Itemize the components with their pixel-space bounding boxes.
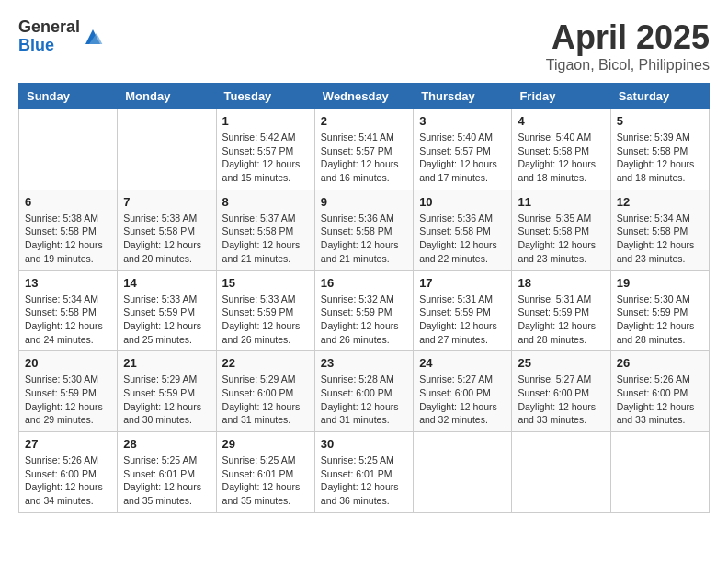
day-number: 2 — [321, 114, 407, 128]
day-number: 29 — [222, 437, 309, 451]
calendar-week-row: 13Sunrise: 5:34 AMSunset: 5:58 PMDayligh… — [19, 270, 710, 351]
day-of-week-header: Saturday — [610, 84, 709, 109]
day-number: 5 — [617, 114, 703, 128]
location-subtitle: Tigaon, Bicol, Philippines — [546, 57, 710, 74]
day-info: Sunrise: 5:34 AMSunset: 5:58 PMDaylight:… — [25, 293, 111, 347]
day-number: 27 — [25, 437, 111, 451]
day-info: Sunrise: 5:37 AMSunset: 5:58 PMDaylight:… — [222, 212, 309, 266]
calendar-week-row: 27Sunrise: 5:26 AMSunset: 6:00 PMDayligh… — [19, 432, 710, 513]
day-number: 14 — [123, 276, 210, 290]
calendar-cell: 17Sunrise: 5:31 AMSunset: 5:59 PMDayligh… — [414, 270, 512, 351]
month-title: April 2025 — [546, 18, 710, 57]
day-info: Sunrise: 5:31 AMSunset: 5:59 PMDaylight:… — [518, 293, 604, 347]
day-of-week-header: Thursday — [414, 84, 512, 109]
day-number: 24 — [419, 356, 506, 370]
calendar-cell: 20Sunrise: 5:30 AMSunset: 5:59 PMDayligh… — [19, 351, 118, 432]
title-area: April 2025 Tigaon, Bicol, Philippines — [546, 18, 710, 74]
calendar-cell: 22Sunrise: 5:29 AMSunset: 6:00 PMDayligh… — [216, 351, 314, 432]
day-info: Sunrise: 5:27 AMSunset: 6:00 PMDaylight:… — [518, 373, 604, 427]
logo-blue-text: Blue — [18, 37, 80, 55]
day-info: Sunrise: 5:26 AMSunset: 6:00 PMDaylight:… — [25, 454, 111, 508]
day-number: 21 — [123, 356, 210, 370]
calendar-cell: 8Sunrise: 5:37 AMSunset: 5:58 PMDaylight… — [216, 190, 314, 270]
calendar-cell: 7Sunrise: 5:38 AMSunset: 5:58 PMDaylight… — [118, 190, 216, 270]
day-number: 7 — [123, 195, 210, 209]
calendar-cell: 13Sunrise: 5:34 AMSunset: 5:58 PMDayligh… — [19, 270, 118, 351]
calendar-cell: 23Sunrise: 5:28 AMSunset: 6:00 PMDayligh… — [314, 351, 413, 432]
logo-general-text: General — [18, 18, 80, 37]
day-info: Sunrise: 5:36 AMSunset: 5:58 PMDaylight:… — [321, 212, 407, 266]
day-of-week-header: Friday — [512, 84, 610, 109]
calendar-cell — [118, 109, 216, 190]
day-info: Sunrise: 5:26 AMSunset: 6:00 PMDaylight:… — [617, 373, 703, 427]
day-number: 11 — [518, 195, 604, 209]
day-number: 8 — [222, 195, 309, 209]
calendar-cell: 28Sunrise: 5:25 AMSunset: 6:01 PMDayligh… — [118, 432, 216, 513]
day-number: 15 — [222, 276, 309, 290]
calendar-cell: 3Sunrise: 5:40 AMSunset: 5:57 PMDaylight… — [414, 109, 512, 190]
day-info: Sunrise: 5:33 AMSunset: 5:59 PMDaylight:… — [222, 293, 309, 347]
day-number: 25 — [518, 356, 604, 370]
day-number: 28 — [123, 437, 210, 451]
calendar-cell: 1Sunrise: 5:42 AMSunset: 5:57 PMDaylight… — [216, 109, 314, 190]
calendar-cell: 27Sunrise: 5:26 AMSunset: 6:00 PMDayligh… — [19, 432, 118, 513]
day-number: 19 — [617, 276, 703, 290]
day-number: 18 — [518, 276, 604, 290]
calendar-cell: 6Sunrise: 5:38 AMSunset: 5:58 PMDaylight… — [19, 190, 118, 270]
calendar-header-row: SundayMondayTuesdayWednesdayThursdayFrid… — [19, 84, 710, 109]
day-number: 6 — [25, 195, 111, 209]
calendar-table: SundayMondayTuesdayWednesdayThursdayFrid… — [18, 83, 710, 513]
calendar-cell — [19, 109, 118, 190]
day-of-week-header: Wednesday — [314, 84, 413, 109]
calendar-cell: 21Sunrise: 5:29 AMSunset: 5:59 PMDayligh… — [118, 351, 216, 432]
day-info: Sunrise: 5:28 AMSunset: 6:00 PMDaylight:… — [321, 373, 407, 427]
calendar-cell: 4Sunrise: 5:40 AMSunset: 5:58 PMDaylight… — [512, 109, 610, 190]
day-number: 26 — [617, 356, 703, 370]
day-info: Sunrise: 5:25 AMSunset: 6:01 PMDaylight:… — [123, 454, 210, 508]
day-number: 10 — [419, 195, 506, 209]
calendar-week-row: 20Sunrise: 5:30 AMSunset: 5:59 PMDayligh… — [19, 351, 710, 432]
day-info: Sunrise: 5:34 AMSunset: 5:58 PMDaylight:… — [617, 212, 703, 266]
calendar-cell: 24Sunrise: 5:27 AMSunset: 6:00 PMDayligh… — [414, 351, 512, 432]
day-info: Sunrise: 5:25 AMSunset: 6:01 PMDaylight:… — [321, 454, 407, 508]
day-info: Sunrise: 5:36 AMSunset: 5:58 PMDaylight:… — [419, 212, 506, 266]
day-of-week-header: Monday — [118, 84, 216, 109]
day-info: Sunrise: 5:29 AMSunset: 5:59 PMDaylight:… — [123, 373, 210, 427]
day-info: Sunrise: 5:41 AMSunset: 5:57 PMDaylight:… — [321, 131, 407, 185]
day-number: 22 — [222, 356, 309, 370]
day-number: 12 — [617, 195, 703, 209]
day-number: 30 — [321, 437, 407, 451]
day-info: Sunrise: 5:38 AMSunset: 5:58 PMDaylight:… — [25, 212, 111, 266]
calendar-cell: 15Sunrise: 5:33 AMSunset: 5:59 PMDayligh… — [216, 270, 314, 351]
calendar-cell — [512, 432, 610, 513]
day-of-week-header: Sunday — [19, 84, 118, 109]
day-info: Sunrise: 5:27 AMSunset: 6:00 PMDaylight:… — [419, 373, 506, 427]
day-info: Sunrise: 5:40 AMSunset: 5:58 PMDaylight:… — [518, 131, 604, 185]
calendar-cell: 30Sunrise: 5:25 AMSunset: 6:01 PMDayligh… — [314, 432, 413, 513]
calendar-cell — [414, 432, 512, 513]
day-info: Sunrise: 5:39 AMSunset: 5:58 PMDaylight:… — [617, 131, 703, 185]
calendar-cell: 12Sunrise: 5:34 AMSunset: 5:58 PMDayligh… — [610, 190, 709, 270]
day-number: 16 — [321, 276, 407, 290]
calendar-cell: 19Sunrise: 5:30 AMSunset: 5:59 PMDayligh… — [610, 270, 709, 351]
day-info: Sunrise: 5:40 AMSunset: 5:57 PMDaylight:… — [419, 131, 506, 185]
calendar-cell: 29Sunrise: 5:25 AMSunset: 6:01 PMDayligh… — [216, 432, 314, 513]
calendar-cell: 16Sunrise: 5:32 AMSunset: 5:59 PMDayligh… — [314, 270, 413, 351]
day-number: 1 — [222, 114, 309, 128]
calendar-cell: 18Sunrise: 5:31 AMSunset: 5:59 PMDayligh… — [512, 270, 610, 351]
calendar-cell: 10Sunrise: 5:36 AMSunset: 5:58 PMDayligh… — [414, 190, 512, 270]
calendar-week-row: 1Sunrise: 5:42 AMSunset: 5:57 PMDaylight… — [19, 109, 710, 190]
day-number: 20 — [25, 356, 111, 370]
day-of-week-header: Tuesday — [216, 84, 314, 109]
day-number: 4 — [518, 114, 604, 128]
day-number: 17 — [419, 276, 506, 290]
calendar-cell: 2Sunrise: 5:41 AMSunset: 5:57 PMDaylight… — [314, 109, 413, 190]
calendar-cell: 26Sunrise: 5:26 AMSunset: 6:00 PMDayligh… — [610, 351, 709, 432]
calendar-cell: 11Sunrise: 5:35 AMSunset: 5:58 PMDayligh… — [512, 190, 610, 270]
logo: General Blue — [18, 18, 104, 55]
calendar-cell: 9Sunrise: 5:36 AMSunset: 5:58 PMDaylight… — [314, 190, 413, 270]
calendar-week-row: 6Sunrise: 5:38 AMSunset: 5:58 PMDaylight… — [19, 190, 710, 270]
calendar-cell: 5Sunrise: 5:39 AMSunset: 5:58 PMDaylight… — [610, 109, 709, 190]
page-header: General Blue April 2025 Tigaon, Bicol, P… — [18, 18, 710, 74]
day-info: Sunrise: 5:38 AMSunset: 5:58 PMDaylight:… — [123, 212, 210, 266]
